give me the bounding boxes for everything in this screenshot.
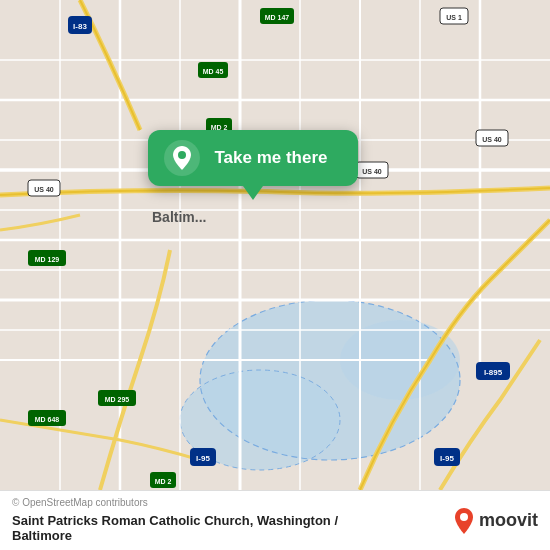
svg-text:US 40: US 40 (362, 168, 382, 175)
take-me-there-label: Take me there (200, 148, 342, 168)
svg-text:MD 45: MD 45 (203, 68, 224, 75)
moovit-pin-icon (453, 507, 475, 535)
footer-bar: © OpenStreetMap contributors Saint Patri… (0, 490, 550, 550)
svg-text:MD 2: MD 2 (155, 478, 172, 485)
svg-point-57 (460, 513, 468, 521)
svg-text:Baltim...: Baltim... (152, 209, 206, 225)
svg-text:MD 295: MD 295 (105, 396, 130, 403)
svg-text:I-95: I-95 (196, 454, 210, 463)
moovit-logo: moovit (453, 507, 538, 535)
svg-text:MD 129: MD 129 (35, 256, 60, 263)
map-attribution: © OpenStreetMap contributors (12, 497, 148, 508)
svg-text:US 1: US 1 (446, 14, 462, 21)
svg-point-56 (178, 151, 186, 159)
svg-text:I-895: I-895 (484, 368, 503, 377)
take-me-there-callout[interactable]: Take me there (148, 130, 358, 186)
svg-text:US 40: US 40 (482, 136, 502, 143)
location-pin-icon (164, 140, 200, 176)
svg-text:US 40: US 40 (34, 186, 54, 193)
map-container[interactable]: I-83 MD 147 US 1 MD 45 MD 2 US 40 US 40 … (0, 0, 550, 490)
map-background: I-83 MD 147 US 1 MD 45 MD 2 US 40 US 40 … (0, 0, 550, 490)
svg-text:MD 147: MD 147 (265, 14, 290, 21)
svg-text:I-83: I-83 (73, 22, 87, 31)
moovit-brand-text: moovit (479, 510, 538, 531)
svg-text:I-95: I-95 (440, 454, 454, 463)
svg-text:MD 648: MD 648 (35, 416, 60, 423)
